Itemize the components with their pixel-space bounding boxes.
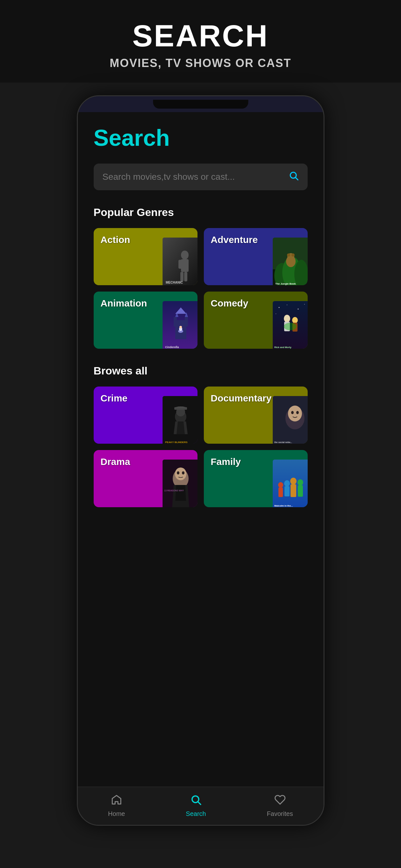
- svg-point-19: [291, 253, 295, 257]
- documentary-poster: the social netw...: [273, 396, 308, 444]
- svg-point-70: [290, 478, 297, 485]
- svg-point-42: [284, 323, 297, 330]
- family-poster: Malcolm in the...: [273, 460, 308, 507]
- action-poster: MECHANIC: [162, 238, 197, 285]
- svg-point-54: [288, 406, 302, 422]
- nav-item-home[interactable]: Home: [108, 794, 125, 817]
- genre-card-comedy[interactable]: Comedy: [204, 291, 308, 349]
- svg-point-35: [298, 308, 299, 309]
- svg-point-66: [278, 482, 283, 488]
- svg-rect-7: [185, 260, 189, 269]
- genre-label-crime: Crime: [94, 386, 134, 410]
- svg-rect-8: [180, 272, 184, 281]
- svg-point-30: [179, 326, 182, 329]
- svg-line-1: [296, 178, 298, 180]
- browse-all-heading: Browes all: [94, 365, 308, 377]
- svg-point-56: [296, 411, 299, 414]
- genre-card-animation[interactable]: Animation: [94, 291, 197, 349]
- svg-text:13 REASONS WHY: 13 REASONS WHY: [164, 489, 184, 492]
- comedy-poster: Rick and Morty: [273, 301, 308, 349]
- nav-label-search: Search: [186, 810, 206, 817]
- svg-text:Malcolm in the...: Malcolm in the...: [274, 504, 293, 507]
- favorites-icon: [274, 794, 286, 808]
- header-subtitle: MOVIES, TV SHOWS OR CAST: [13, 57, 388, 70]
- crime-poster: PEAKY BLINDERS: [162, 396, 197, 444]
- svg-point-72: [298, 479, 303, 486]
- nav-label-favorites: Favorites: [267, 810, 293, 817]
- search-icon[interactable]: [288, 170, 299, 183]
- svg-rect-71: [290, 484, 296, 497]
- search-bar-container: [94, 163, 308, 190]
- svg-point-37: [276, 313, 276, 314]
- svg-rect-23: [174, 317, 177, 327]
- search-nav-icon: [190, 794, 202, 808]
- svg-point-38: [284, 315, 290, 322]
- svg-rect-73: [298, 485, 303, 497]
- genre-label-documentary: Documentary: [204, 386, 279, 410]
- browse-all-grid: Crime: [94, 386, 308, 507]
- svg-point-36: [304, 304, 305, 305]
- popular-genres-heading: Popular Genres: [94, 206, 308, 218]
- genre-label-adventure: Adventure: [204, 228, 265, 252]
- svg-point-62: [177, 471, 179, 474]
- genre-card-family[interactable]: Family: [204, 450, 308, 507]
- svg-rect-69: [284, 486, 289, 496]
- genre-label-action: Action: [94, 228, 137, 252]
- svg-rect-49: [174, 407, 187, 410]
- svg-point-33: [278, 307, 279, 308]
- svg-text:The Jungle Book: The Jungle Book: [275, 282, 296, 285]
- phone-frame: Search Popular Genres Action: [77, 95, 325, 826]
- svg-rect-6: [179, 260, 182, 269]
- svg-point-18: [287, 253, 290, 257]
- svg-text:PEAKY BLINDERS: PEAKY BLINDERS: [165, 441, 188, 444]
- genre-label-drama: Drama: [94, 450, 137, 473]
- volume-up-button[interactable]: [77, 185, 78, 207]
- genre-card-drama[interactable]: Drama: [94, 450, 197, 507]
- animation-poster: Cinderella: [162, 301, 197, 349]
- genre-label-animation: Animation: [94, 291, 154, 315]
- volume-down-button[interactable]: [77, 214, 78, 236]
- search-input[interactable]: [102, 172, 288, 182]
- header-title: SEARCH: [13, 19, 388, 53]
- phone-screen: Search Popular Genres Action: [78, 112, 323, 811]
- genre-card-adventure[interactable]: Adventure: [204, 228, 308, 285]
- genre-label-family: Family: [204, 450, 248, 473]
- svg-point-55: [291, 411, 294, 414]
- phone-notch: [153, 100, 248, 108]
- header-section: SEARCH MOVIES, TV SHOWS OR CAST: [0, 0, 401, 83]
- svg-line-76: [198, 802, 201, 804]
- adventure-poster: The Jungle Book: [273, 238, 308, 285]
- svg-point-68: [284, 480, 290, 487]
- nav-label-home: Home: [108, 810, 125, 817]
- genre-card-crime[interactable]: Crime: [94, 386, 197, 444]
- svg-rect-9: [184, 272, 187, 281]
- drama-poster: 13 REASONS WHY: [162, 460, 197, 507]
- svg-point-40: [292, 317, 298, 323]
- svg-rect-67: [278, 488, 283, 497]
- status-bar: [78, 96, 323, 112]
- page-title: Search: [94, 125, 308, 151]
- svg-point-63: [182, 471, 184, 474]
- nav-item-favorites[interactable]: Favorites: [267, 794, 293, 817]
- svg-point-4: [181, 251, 189, 259]
- svg-text:MECHANIC: MECHANIC: [166, 281, 183, 284]
- genre-card-action[interactable]: Action: [94, 228, 197, 285]
- svg-text:Cinderella: Cinderella: [165, 345, 179, 349]
- popular-genres-grid: Action: [94, 228, 308, 349]
- svg-text:the social netw...: the social netw...: [274, 441, 292, 443]
- svg-point-34: [287, 305, 287, 305]
- home-icon: [111, 794, 122, 808]
- svg-rect-24: [185, 317, 188, 327]
- svg-text:Rick and Morty: Rick and Morty: [274, 346, 292, 349]
- svg-point-61: [175, 467, 186, 480]
- genre-label-comedy: Comedy: [204, 291, 255, 315]
- nav-item-search[interactable]: Search: [186, 794, 206, 817]
- genre-card-documentary[interactable]: Documentary the social netw...: [204, 386, 308, 444]
- power-button[interactable]: [323, 198, 325, 229]
- bottom-navigation: Home Search Favorites: [78, 787, 323, 825]
